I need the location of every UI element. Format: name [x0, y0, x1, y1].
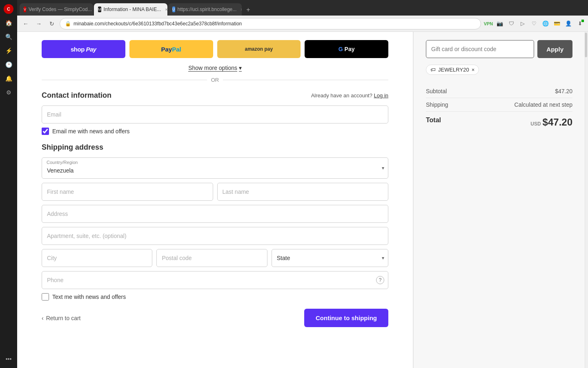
shield-icon[interactable]: 🛡 [506, 19, 516, 29]
gpay-button[interactable]: G Pay [305, 40, 388, 58]
tab-3-close[interactable]: × [241, 7, 242, 12]
wallet-icon[interactable]: 💳 [552, 19, 562, 29]
gpay-label: G Pay [339, 46, 355, 52]
name-row [42, 183, 388, 201]
refresh-button[interactable]: ↻ [47, 18, 57, 29]
email-input[interactable] [42, 105, 388, 123]
email-offers-checkbox[interactable] [42, 128, 49, 135]
sidebar-icon-more[interactable]: ••• [3, 353, 14, 365]
already-account-text: Already have an account? [311, 92, 372, 99]
subtotal-value: $47.20 [555, 88, 572, 94]
tab-2-favicon: M [98, 7, 101, 12]
last-name-input[interactable] [217, 183, 389, 201]
state-select[interactable]: State [272, 249, 388, 267]
return-to-cart-link[interactable]: ‹ Return to cart [42, 315, 81, 321]
email-offers-label: Email me with news and offers [52, 128, 130, 135]
browser-sidebar: C 🏠 🔍 ⚡ 🕐 🔔 ⚙ ••• [0, 0, 17, 368]
return-arrow-icon: ‹ [42, 315, 44, 321]
apt-input[interactable] [42, 227, 388, 245]
tab-3[interactable]: U https://uci.spirit.bncollege... × [168, 3, 242, 16]
play-icon[interactable]: ▷ [518, 19, 528, 29]
discount-input[interactable] [426, 40, 534, 58]
download-icon[interactable]: ⬇ [575, 19, 585, 29]
apply-label: Apply [546, 46, 564, 53]
paypal-label: PayPal [161, 46, 181, 53]
apply-button[interactable]: Apply [537, 40, 572, 58]
tag-icon: 🏷 [430, 67, 436, 73]
remove-promo-icon[interactable]: × [472, 67, 475, 73]
country-select[interactable]: Venezuela United States [42, 157, 388, 179]
continue-to-shipping-button[interactable]: Continue to shipping [304, 309, 388, 327]
tab-3-favicon: U [172, 7, 175, 12]
shoppay-label: shop Pay [71, 46, 96, 53]
city-input[interactable] [42, 249, 152, 267]
grand-amount: $47.20 [543, 117, 572, 128]
shipping-label: Shipping [426, 101, 448, 108]
shipping-value: Calculated at next step [514, 101, 572, 108]
text-offers-row: Text me with news and offers [42, 293, 388, 301]
show-more-label: Show more options [188, 65, 237, 72]
new-tab-button[interactable]: + [243, 4, 254, 16]
checkout-form: shop Pay PayPal amazon pay G Pay Show mo… [17, 32, 413, 368]
postal-input[interactable] [156, 249, 267, 267]
address-bar: ← → ↻ 🔒 minabaie.com/checkouts/c/6e36101… [17, 16, 588, 32]
subtotal-row: Subtotal $47.20 [426, 85, 572, 98]
heart-icon[interactable]: ♡ [529, 19, 539, 29]
profile-icon[interactable]: 👤 [564, 19, 573, 29]
continue-label: Continue to shipping [316, 314, 377, 321]
sidebar-icon-settings[interactable]: ⚙ [3, 87, 14, 98]
promo-badge: 🏷 JEWELRY20 × [426, 65, 479, 75]
tab-2[interactable]: M Information - MINA BAIE... × [94, 3, 167, 16]
tab-bar: V Verify Codes — SimplyCod... × M Inform… [17, 0, 588, 16]
text-offers-label: Text me with news and offers [52, 294, 126, 300]
show-more-options[interactable]: Show more options ▾ [42, 65, 388, 71]
scrollbar[interactable] [585, 32, 588, 368]
phone-help-icon[interactable]: ? [376, 276, 384, 284]
phone-input[interactable] [42, 271, 388, 289]
globe-icon[interactable]: 🌐 [541, 19, 550, 29]
grand-total-amount: USD $47.20 [530, 117, 572, 128]
forward-button[interactable]: → [33, 18, 44, 29]
order-summary: Apply 🏷 JEWELRY20 × Subtotal $47.20 Ship… [413, 32, 585, 368]
contact-section-header: Contact information Already have an acco… [42, 91, 388, 100]
shoppay-button[interactable]: shop Pay [42, 40, 125, 58]
country-wrapper: Country/Region Venezuela United States ▾ [42, 157, 388, 179]
page-content: shop Pay PayPal amazon pay G Pay Show mo… [17, 32, 588, 368]
or-divider: OR [42, 77, 388, 83]
phone-wrapper: ? [42, 271, 388, 289]
camera-icon[interactable]: 📷 [495, 19, 505, 29]
total-label: Total [426, 117, 441, 128]
text-offers-checkbox[interactable] [42, 293, 49, 301]
paypal-button[interactable]: PayPal [129, 40, 213, 58]
sidebar-icon-1[interactable]: C [3, 3, 14, 15]
sidebar-icon-notifications[interactable]: 🔔 [3, 73, 14, 84]
login-prompt: Already have an account? Log in [311, 92, 388, 99]
sidebar-icon-extensions[interactable]: ⚡ [3, 45, 14, 56]
amazonpay-label: amazon pay [245, 46, 273, 52]
sidebar-icon-history[interactable]: 🕐 [3, 59, 14, 70]
city-postal-state-row: State ▾ [42, 249, 388, 267]
amazonpay-button[interactable]: amazon pay [217, 40, 301, 58]
sidebar-icon-search[interactable]: 🔍 [3, 31, 14, 43]
url-bar[interactable]: 🔒 minabaie.com/checkouts/c/6e3610133fbd7… [60, 18, 481, 29]
vpn-icon[interactable]: VPN [483, 19, 493, 29]
tab-2-close[interactable]: × [165, 7, 167, 12]
tab-2-label: Information - MINA BAIE... [104, 7, 161, 12]
chevron-down-icon: ▾ [239, 65, 242, 72]
bottom-actions: ‹ Return to cart Continue to shipping [42, 309, 388, 335]
order-totals: Subtotal $47.20 Shipping Calculated at n… [426, 85, 572, 131]
email-offers-row: Email me with news and offers [42, 128, 388, 135]
shipping-section-header: Shipping address [42, 143, 388, 152]
sidebar-icon-home[interactable]: 🏠 [3, 17, 14, 29]
return-to-cart-label: Return to cart [46, 315, 81, 321]
tab-1[interactable]: V Verify Codes — SimplyCod... × [20, 3, 93, 16]
lock-icon: 🔒 [65, 21, 71, 27]
back-button[interactable]: ← [20, 18, 31, 29]
log-in-link[interactable]: Log in [374, 92, 388, 99]
subtotal-label: Subtotal [426, 88, 447, 94]
address-input[interactable] [42, 205, 388, 223]
address-bar-icons: VPN 📷 🛡 ▷ ♡ 🌐 💳 👤 ⬇ [483, 19, 585, 29]
browser-main: V Verify Codes — SimplyCod... × M Inform… [17, 0, 588, 368]
first-name-input[interactable] [42, 183, 213, 201]
currency-label: USD [530, 121, 541, 127]
